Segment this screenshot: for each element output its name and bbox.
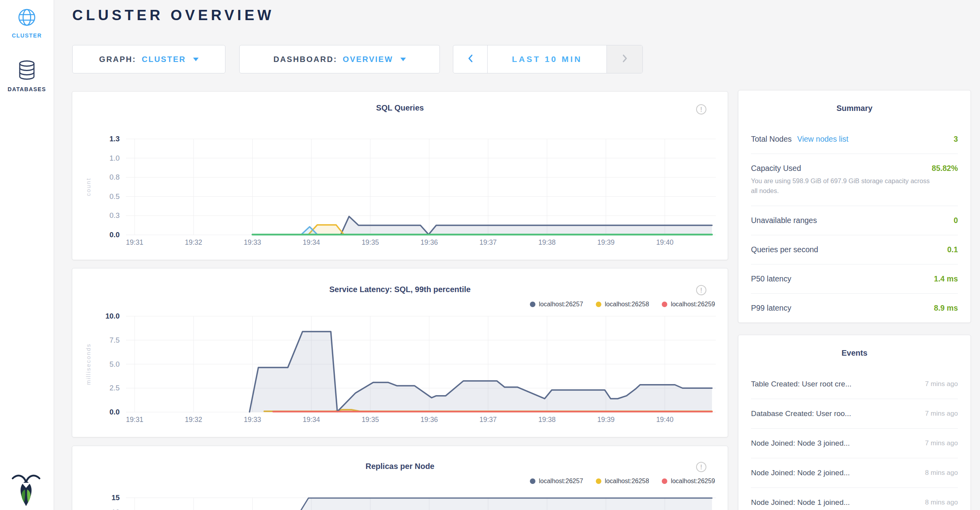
summary-row-unavailable-ranges: Unavailable ranges 0 — [751, 206, 958, 235]
summary-panel: Summary Total Nodes View nodes list 3 Ca… — [738, 90, 971, 323]
sql-queries-plot: 19:3119:3219:3319:3419:3519:3619:3719:38… — [72, 92, 728, 260]
dashboard-dropdown[interactable]: DASHBOARD: OVERVIEW — [239, 45, 440, 73]
event-time: 7 mins ago — [925, 410, 958, 418]
event-row: Table Created: User root cre... 7 mins a… — [751, 369, 958, 399]
summary-row-capacity-used: Capacity Used 85.82% You are using 598.9… — [751, 154, 958, 206]
chevron-left-icon — [467, 54, 473, 65]
event-row: Node Joined: Node 3 joined... 7 mins ago — [751, 429, 958, 458]
svg-text:milliseconds: milliseconds — [85, 343, 92, 385]
summary-row-label: P99 latency — [751, 304, 791, 313]
summary-row-value: 85.82% — [932, 164, 958, 173]
svg-text:7.5: 7.5 — [109, 336, 120, 344]
event-row: Node Joined: Node 2 joined... 8 mins ago — [751, 458, 958, 488]
svg-text:10.0: 10.0 — [105, 312, 120, 320]
summary-row-queries-per-second: Queries per second 0.1 — [751, 235, 958, 264]
svg-text:19:34: 19:34 — [303, 416, 320, 424]
events-title: Events — [751, 345, 958, 358]
service-latency-chart-card: Service Latency: SQL, 99th percentile lo… — [72, 268, 728, 437]
globe-icon — [17, 21, 36, 28]
event-text: Node Joined: Node 3 joined... — [751, 439, 850, 448]
svg-text:0.0: 0.0 — [109, 231, 120, 239]
event-row: Database Created: User roo... 7 mins ago — [751, 399, 958, 429]
svg-text:19:32: 19:32 — [185, 416, 202, 424]
view-nodes-list-link[interactable]: View nodes list — [797, 135, 849, 144]
summary-row-label: Total Nodes — [751, 135, 792, 144]
svg-text:2.5: 2.5 — [109, 384, 120, 392]
svg-text:0.8: 0.8 — [109, 173, 120, 181]
chevron-right-icon — [621, 54, 628, 65]
svg-text:1.0: 1.0 — [109, 154, 120, 162]
svg-text:19:40: 19:40 — [656, 238, 674, 246]
svg-text:19:31: 19:31 — [126, 238, 143, 246]
svg-text:19:38: 19:38 — [539, 416, 556, 424]
time-forward-button[interactable] — [607, 45, 642, 73]
summary-row-p50-latency: P50 latency 1.4 ms — [751, 264, 958, 294]
summary-row-label: Queries per second — [751, 245, 818, 254]
cockroachdb-logo-icon — [10, 472, 42, 508]
svg-text:19:31: 19:31 — [126, 416, 143, 424]
svg-text:19:39: 19:39 — [597, 238, 615, 246]
summary-row-p99-latency: P99 latency 8.9 ms — [751, 294, 958, 322]
svg-text:0.0: 0.0 — [109, 408, 120, 416]
replicas-per-node-plot: 19:3119:3219:3319:3419:3519:3619:3719:38… — [72, 446, 728, 510]
svg-text:19:36: 19:36 — [421, 238, 438, 246]
event-time: 8 mins ago — [925, 499, 958, 506]
dashboard-dropdown-label: DASHBOARD: — [273, 55, 337, 64]
chevron-down-icon — [400, 58, 406, 61]
svg-text:0.3: 0.3 — [109, 211, 120, 219]
page-title: CLUSTER OVERVIEW — [72, 7, 274, 24]
svg-text:19:36: 19:36 — [421, 416, 438, 424]
event-text: Node Joined: Node 2 joined... — [751, 469, 850, 477]
event-time: 7 mins ago — [925, 380, 958, 388]
svg-text:15: 15 — [111, 493, 120, 502]
svg-text:19:40: 19:40 — [656, 416, 674, 424]
database-icon — [17, 75, 37, 82]
time-range-value[interactable]: LAST 10 MIN — [487, 45, 607, 73]
replicas-per-node-chart-card: Replicas per Node localhost:26257 localh… — [72, 446, 728, 510]
summary-row-value: 0.1 — [947, 245, 958, 254]
event-time: 7 mins ago — [925, 439, 958, 447]
event-text: Node Joined: Node 1 joined... — [751, 498, 850, 507]
graph-dropdown-label: GRAPH: — [99, 55, 136, 64]
sidebar: CLUSTER DATABASES — [0, 0, 54, 510]
dashboard-dropdown-value: OVERVIEW — [343, 55, 393, 64]
sidebar-item-label: DATABASES — [0, 86, 54, 92]
svg-text:1.3: 1.3 — [109, 135, 120, 143]
time-back-button[interactable] — [453, 45, 487, 73]
graph-dropdown[interactable]: GRAPH: CLUSTER — [72, 45, 225, 73]
event-text: Table Created: User root cre... — [751, 380, 852, 388]
svg-text:19:34: 19:34 — [303, 238, 320, 246]
svg-text:19:35: 19:35 — [362, 416, 379, 424]
summary-row-total-nodes: Total Nodes View nodes list 3 — [751, 125, 958, 154]
event-row: Node Joined: Node 1 joined... 8 mins ago — [751, 488, 958, 510]
sidebar-item-label: CLUSTER — [0, 32, 54, 39]
summary-row-label: P50 latency — [751, 274, 791, 283]
svg-text:19:38: 19:38 — [539, 238, 556, 246]
capacity-used-subtext: You are using 598.9 GiB of 697.9 GiB sto… — [751, 176, 937, 196]
svg-text:count: count — [85, 178, 92, 196]
svg-text:19:35: 19:35 — [362, 238, 379, 246]
sidebar-item-cluster[interactable]: CLUSTER — [0, 0, 54, 39]
sql-queries-chart-card: SQL Queries 19:3119:3219:3319:3419:3519:… — [72, 91, 728, 260]
svg-text:19:33: 19:33 — [244, 416, 261, 424]
summary-row-value: 0 — [954, 216, 958, 225]
service-latency-plot: 19:3119:3219:3319:3419:3519:3619:3719:38… — [72, 268, 728, 437]
svg-text:19:39: 19:39 — [597, 416, 615, 424]
event-time: 8 mins ago — [925, 469, 958, 477]
svg-text:0.5: 0.5 — [109, 192, 120, 201]
summary-row-value: 3 — [954, 135, 958, 144]
summary-row-label: Unavailable ranges — [751, 216, 817, 225]
svg-text:19:37: 19:37 — [479, 416, 497, 424]
svg-text:19:33: 19:33 — [244, 238, 261, 246]
time-range-selector: LAST 10 MIN — [453, 45, 643, 73]
svg-text:19:37: 19:37 — [479, 238, 497, 246]
summary-row-label: Capacity Used — [751, 164, 801, 173]
events-panel: Events Table Created: User root cre... 7… — [738, 335, 971, 510]
sidebar-item-databases[interactable]: DATABASES — [0, 60, 54, 92]
event-text: Database Created: User roo... — [751, 409, 851, 418]
summary-row-value: 1.4 ms — [934, 274, 958, 283]
graph-dropdown-value: CLUSTER — [142, 55, 186, 64]
chevron-down-icon — [193, 58, 199, 61]
svg-text:10: 10 — [111, 508, 120, 510]
svg-text:19:32: 19:32 — [185, 238, 202, 246]
